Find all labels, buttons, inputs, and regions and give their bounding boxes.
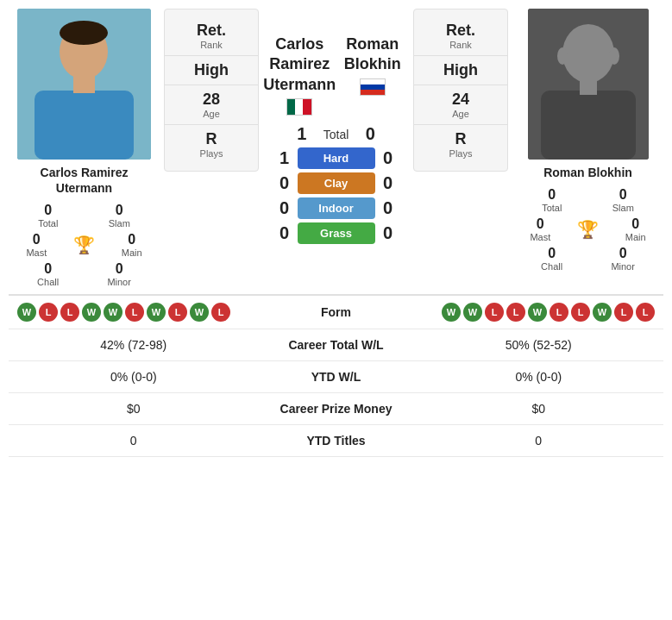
player1-mast-label: Mast	[26, 247, 47, 258]
player2-top-area: Roman Blokhin 0 Total 0 Slam 0	[512, 9, 663, 272]
bottom-section: WLLWWLWLWL Form WWLLWLLWLL 42% (72-98) C…	[9, 294, 663, 457]
player2-ytd-wl: 0% (0-0)	[423, 370, 656, 384]
player1-plays-value: R	[206, 130, 217, 148]
player2-total-value: 0	[548, 187, 556, 203]
indoor-score-row: 0 Indoor 0	[263, 197, 409, 219]
titles-label: YTD Titles	[250, 434, 423, 448]
form-badge-p2: L	[506, 303, 525, 322]
player2-form-badges: WWLLWLLWLL	[442, 303, 655, 322]
player2-titles: 0	[423, 434, 656, 448]
clay-score-left: 0	[272, 173, 298, 193]
svg-rect-10	[580, 79, 597, 95]
player2-flag-icon	[360, 78, 386, 96]
center-player2-info: Roman Blokhin	[336, 34, 410, 96]
form-row: WLLWWLWLWL Form WWLLWLLWLL	[9, 296, 663, 329]
player2-chall-label: Chall	[541, 261, 562, 272]
player2-age-label: Age	[452, 109, 469, 119]
player2-high-row: High	[414, 56, 507, 85]
form-badge-p2: L	[614, 303, 633, 322]
player2-age-value: 24	[452, 91, 469, 109]
player1-career-total: 42% (72-98)	[17, 338, 250, 352]
player1-plays-label: Plays	[200, 148, 223, 159]
player1-age-row: 28 Age	[165, 85, 258, 125]
svg-rect-4	[73, 76, 95, 93]
svg-rect-3	[35, 91, 134, 160]
player1-flag-icon	[286, 98, 312, 116]
player2-prize: $0	[423, 402, 656, 416]
player2-minor-label: Minor	[611, 261, 635, 272]
trophy-icon-right: 🏆	[577, 219, 599, 240]
form-badge-p2: W	[528, 303, 547, 322]
player2-mast-cell: 0 Mast	[530, 216, 550, 242]
form-badge-p1: L	[125, 303, 144, 322]
form-badge-p1: W	[17, 303, 36, 322]
total-score-right: 0	[357, 124, 383, 144]
prize-label: Career Prize Money	[250, 402, 423, 416]
player1-slam-label: Slam	[109, 218, 130, 229]
player1-top-area: Carlos Ramirez Utermann 0 Total 0 Slam	[9, 9, 160, 287]
player1-high-value: High	[194, 61, 229, 79]
player2-mast-value: 0	[537, 216, 544, 232]
player1-titles: 0	[17, 434, 250, 448]
form-badge-p1: L	[211, 303, 230, 322]
player1-prize: $0	[17, 402, 250, 416]
ytd-wl-label: YTD W/L	[250, 370, 423, 384]
clay-score-row: 0 Clay 0	[263, 172, 409, 194]
player2-stats-row3: 0 Chall 0 Minor	[517, 246, 659, 272]
grass-surface-btn[interactable]: Grass	[298, 222, 375, 244]
form-badge-p2: W	[463, 303, 482, 322]
prize-row: $0 Career Prize Money $0	[9, 393, 663, 425]
hard-score-right: 0	[375, 148, 401, 168]
hard-surface-btn[interactable]: Hard	[298, 147, 375, 169]
indoor-surface-btn[interactable]: Indoor	[298, 197, 375, 219]
clay-surface-btn[interactable]: Clay	[298, 172, 375, 194]
form-badge-p2: L	[485, 303, 504, 322]
center-scores-area: Carlos Ramirez Utermann Roman Blokhin	[263, 9, 409, 247]
player2-age-row: 24 Age	[414, 85, 507, 125]
player1-rank-label: Rank	[200, 40, 223, 50]
player2-middle-stats: Ret. Rank High 24 Age R Plays	[413, 9, 508, 172]
player2-minor-cell: 0 Minor	[611, 246, 635, 272]
player2-stats-row1: 0 Total 0 Slam	[517, 187, 659, 213]
total-score-label: Total	[323, 128, 349, 141]
player2-main-cell: 0 Main	[625, 216, 646, 242]
player1-stats-row3: 0 Chall 0 Minor	[13, 261, 155, 287]
ytd-wl-row: 0% (0-0) YTD W/L 0% (0-0)	[9, 361, 663, 393]
player1-high-row: High	[165, 56, 258, 85]
player1-total-label: Total	[38, 218, 58, 229]
player2-chall-cell: 0 Chall	[541, 246, 562, 272]
player2-main-value: 0	[631, 216, 639, 232]
player1-slam-value: 0	[116, 203, 123, 218]
grass-score-right: 0	[375, 223, 401, 243]
center-player2-name: Roman Blokhin	[336, 34, 410, 75]
player2-high-value: High	[443, 61, 478, 79]
player2-slam-cell: 0 Slam	[612, 187, 634, 213]
player1-stats-row2: 0 Mast 🏆 0 Main	[13, 232, 155, 258]
player1-chall-label: Chall	[37, 277, 59, 287]
player1-main-label: Main	[122, 247, 142, 258]
player1-minor-label: Minor	[107, 277, 131, 287]
titles-row: 0 YTD Titles 0	[9, 425, 663, 457]
hard-score-row: 1 Hard 0	[263, 147, 409, 169]
indoor-score-left: 0	[272, 198, 298, 218]
player1-slam-cell: 0 Slam	[109, 203, 130, 229]
player1-main-cell: 0 Main	[122, 232, 142, 258]
center-player1-name: Carlos Ramirez Utermann	[263, 34, 336, 95]
form-badge-p2: L	[636, 303, 655, 322]
player1-plays-row: R Plays	[165, 125, 258, 164]
form-badge-p2: W	[442, 303, 461, 322]
player1-flag-container	[263, 98, 336, 116]
player2-rank-row: Ret. Rank	[414, 16, 507, 56]
player1-age-label: Age	[203, 109, 220, 119]
svg-point-8	[609, 47, 619, 65]
player1-middle-stats: Ret. Rank High 28 Age R Plays	[164, 9, 259, 172]
player2-main-label: Main	[625, 232, 646, 242]
svg-rect-9	[541, 91, 636, 160]
player1-chall-value: 0	[44, 261, 52, 277]
career-total-label: Career Total W/L	[250, 338, 423, 352]
player2-mast-label: Mast	[530, 232, 550, 242]
top-players-row: Carlos Ramirez Utermann 0 Total 0 Slam	[9, 9, 663, 287]
player1-form-badges: WLLWWLWLWL	[17, 303, 230, 322]
svg-point-7	[557, 47, 568, 65]
player2-photo	[528, 9, 649, 160]
